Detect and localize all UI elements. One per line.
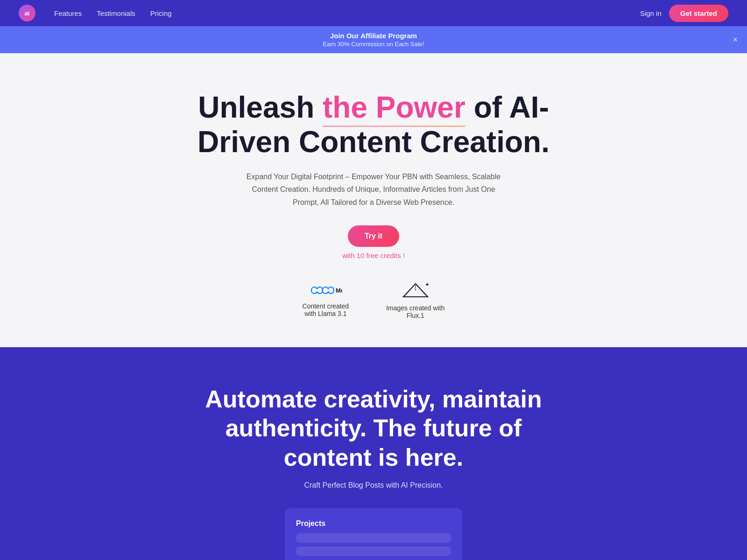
flux-tech-item: ✦ Images created withFlux.1 <box>386 282 444 319</box>
flux-logo-icon: ✦ <box>401 282 430 301</box>
get-started-button[interactable]: Get started <box>669 5 728 22</box>
hero-title: Unleash the Power of AI-Driven Content C… <box>187 91 560 159</box>
logo-icon: ai <box>19 5 35 21</box>
banner-subtitle: Earn 30% Commission on Each Sale! <box>22 41 725 48</box>
meta-tech-item: Meta Content createdwith Llama 3.1 <box>303 284 349 317</box>
blue-section-subtext: Craft Perfect Blog Posts with AI Precisi… <box>19 481 728 490</box>
blue-section-heading: Automate creativity, maintain authentici… <box>187 385 560 472</box>
nav-features[interactable]: Features <box>54 9 82 17</box>
projects-card: Projects <box>285 508 462 560</box>
nav-pricing[interactable]: Pricing <box>150 9 172 17</box>
meta-logo-icon: Meta <box>309 284 342 299</box>
navbar-right: Sign in Get started <box>640 5 728 22</box>
project-row-2[interactable] <box>296 546 451 556</box>
meta-label: Content createdwith Llama 3.1 <box>303 302 349 317</box>
hero-title-part1: Unleash <box>198 91 323 124</box>
logo[interactable]: ai <box>19 5 35 21</box>
blue-section: Automate creativity, maintain authentici… <box>0 347 747 560</box>
hero-title-highlight: the Power <box>323 91 465 125</box>
navbar: ai Features Testimonials Pricing Sign in… <box>0 0 747 26</box>
svg-text:Meta: Meta <box>336 287 342 294</box>
signin-link[interactable]: Sign in <box>640 9 662 17</box>
affiliate-banner: Join Our Affiliate Program Earn 30% Comm… <box>0 26 747 53</box>
flux-label: Images created withFlux.1 <box>386 304 444 319</box>
try-button[interactable]: Try it <box>348 225 399 247</box>
free-credits-label: with 10 free credits ! <box>19 252 728 259</box>
hero-section: Unleash the Power of AI-Driven Content C… <box>0 53 747 347</box>
nav-links: Features Testimonials Pricing <box>54 9 640 17</box>
nav-testimonials[interactable]: Testimonials <box>97 9 135 17</box>
project-row-1[interactable] <box>296 533 451 543</box>
hero-subtitle: Expand Your Digital Footprint – Empower … <box>243 170 504 209</box>
tech-logos: Meta Content createdwith Llama 3.1 ✦ Ima… <box>19 282 728 319</box>
banner-close-button[interactable]: × <box>733 35 738 45</box>
projects-card-title: Projects <box>296 519 451 528</box>
svg-text:✦: ✦ <box>425 282 430 288</box>
banner-title: Join Our Affiliate Program <box>22 32 725 40</box>
